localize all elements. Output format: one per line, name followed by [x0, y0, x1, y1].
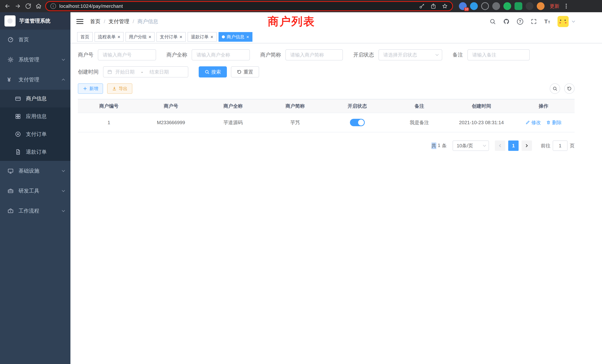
- search-icon[interactable]: [490, 18, 496, 25]
- sidebar-item-home[interactable]: 首页: [0, 30, 70, 50]
- reset-button[interactable]: 重置: [231, 66, 259, 77]
- table-toolbar: 新增 导出: [78, 83, 575, 94]
- user-avatar[interactable]: [558, 16, 569, 27]
- extension-icon-5[interactable]: [503, 2, 511, 10]
- yen-icon: ¥: [7, 76, 15, 83]
- refresh-icon: [237, 69, 242, 74]
- sidebar-item-label: 商户信息: [26, 95, 47, 102]
- tab-user-group[interactable]: 用户分组 ×: [126, 32, 155, 42]
- home-button[interactable]: [33, 1, 44, 11]
- add-button[interactable]: 新增: [78, 83, 103, 94]
- bookmark-star-icon[interactable]: [442, 3, 448, 9]
- back-button[interactable]: [2, 1, 13, 11]
- page-size-select[interactable]: 10条/页: [453, 140, 489, 151]
- pencil-icon: [526, 120, 530, 125]
- sidebar-item-system[interactable]: 系统管理: [0, 50, 70, 70]
- browser-menu-button[interactable]: [563, 4, 569, 9]
- key-icon[interactable]: [419, 3, 425, 9]
- extension-icon-8[interactable]: [537, 2, 545, 10]
- export-button[interactable]: 导出: [107, 83, 132, 94]
- download-icon: [112, 86, 117, 91]
- edit-link[interactable]: 修改: [526, 119, 541, 126]
- date-range-picker[interactable]: 开始日期 - 结束日期: [103, 66, 188, 77]
- pagination: 共 1 条 10条/页 1 前: [78, 140, 575, 151]
- short-name-input[interactable]: [285, 49, 343, 60]
- close-icon[interactable]: ×: [149, 35, 151, 39]
- tab-label: 支付订单: [160, 34, 178, 40]
- grid-icon: [15, 113, 22, 119]
- prev-page-button[interactable]: [495, 140, 505, 151]
- extension-icon-7[interactable]: [526, 2, 533, 10]
- goto-page-input[interactable]: [553, 140, 568, 151]
- tab-process-form[interactable]: 流程表单 ×: [95, 32, 124, 42]
- filter-row-2: 创建时间 开始日期 - 结束日期 搜索: [78, 66, 575, 77]
- share-icon[interactable]: [430, 3, 436, 9]
- next-page-button[interactable]: [522, 140, 532, 151]
- remark-input[interactable]: [467, 49, 530, 60]
- sidebar-item-pay-orders[interactable]: 支付订单: [0, 125, 70, 143]
- merchant-no-input[interactable]: [98, 49, 156, 60]
- close-icon[interactable]: ×: [246, 35, 249, 39]
- cell-status: [326, 113, 388, 132]
- forward-button[interactable]: [13, 1, 23, 11]
- sidebar-item-dev-tools[interactable]: 研发工具: [0, 181, 70, 201]
- cell-full-name: 芋道源码: [202, 113, 264, 132]
- hamburger-button[interactable]: [76, 19, 83, 24]
- breadcrumb: 首页 / 支付管理 / 商户信息: [90, 18, 158, 25]
- table-header: 商户编号 商户号 商户全称 商户简称 开启状态 备注 创建时间 操作: [78, 99, 575, 113]
- sidebar-item-app-info[interactable]: 应用信息: [0, 107, 70, 125]
- extension-icon-1[interactable]: 10: [459, 2, 467, 10]
- extension-icon-6[interactable]: [515, 2, 522, 10]
- extension-icon-3[interactable]: [481, 2, 489, 10]
- address-bar[interactable]: i localhost:1024/pay/merchant: [45, 1, 453, 11]
- search-icon: [552, 86, 557, 91]
- tab-home[interactable]: 首页: [77, 32, 93, 42]
- search-button[interactable]: 搜索: [199, 66, 227, 77]
- toggle-search-button[interactable]: [550, 83, 560, 94]
- status-toggle[interactable]: [350, 119, 365, 126]
- reload-button[interactable]: [23, 1, 33, 11]
- sidebar-item-label: 支付订单: [26, 131, 47, 138]
- close-icon[interactable]: ×: [118, 35, 120, 39]
- site-info-icon[interactable]: i: [50, 3, 56, 9]
- help-icon[interactable]: ?: [517, 18, 523, 25]
- merchant-table: 商户编号 商户号 商户全称 商户简称 开启状态 备注 创建时间 操作 1 M23…: [78, 99, 575, 132]
- browser-update-button[interactable]: 更新: [550, 3, 559, 10]
- breadcrumb-separator: /: [133, 19, 134, 24]
- close-icon[interactable]: ×: [179, 35, 182, 39]
- delete-link[interactable]: 删除: [546, 119, 562, 126]
- app-title: 芋道管理系统: [19, 17, 50, 24]
- goto-label: 前往: [541, 142, 550, 149]
- github-icon[interactable]: [503, 18, 509, 25]
- navbar-actions: ? TT: [490, 16, 575, 27]
- dashboard-icon: [7, 36, 15, 43]
- date-start-placeholder: 开始日期: [115, 69, 135, 75]
- font-size-icon[interactable]: TT: [544, 19, 550, 24]
- remark-label: 备注: [453, 51, 463, 58]
- sidebar-item-label: 工作流程: [19, 207, 39, 214]
- breadcrumb-payment[interactable]: 支付管理: [109, 18, 129, 25]
- status-select[interactable]: 请选择开启状态: [378, 49, 442, 60]
- breadcrumb-home[interactable]: 首页: [90, 18, 100, 25]
- fullscreen-icon[interactable]: [531, 18, 537, 25]
- refresh-table-button[interactable]: [564, 83, 575, 94]
- tab-refund-orders[interactable]: 退款订单 ×: [188, 32, 217, 42]
- reload-icon: [25, 3, 31, 9]
- sidebar-item-refund-orders[interactable]: 退款订单: [0, 143, 70, 161]
- column-header: 商户全称: [202, 99, 264, 113]
- cell-id: 1: [78, 113, 140, 132]
- tab-pay-orders[interactable]: 支付订单 ×: [156, 32, 185, 42]
- sidebar-item-payment[interactable]: ¥ 支付管理: [0, 70, 70, 90]
- extension-icon-4[interactable]: [492, 2, 500, 10]
- extension-icon-2[interactable]: [470, 2, 478, 10]
- tab-merchant-info[interactable]: 商户信息 ×: [218, 32, 252, 42]
- page-number-1[interactable]: 1: [508, 140, 519, 151]
- chevron-left-icon: [499, 144, 502, 147]
- sidebar-item-merchant-info[interactable]: 商户信息: [0, 90, 70, 107]
- full-name-input[interactable]: [192, 49, 250, 60]
- sidebar-item-workflow[interactable]: 工作流程: [0, 201, 70, 221]
- calendar-icon: [107, 69, 112, 75]
- page-content: 商户号 商户全称 商户简称 开启状态 请选择开启状态: [70, 43, 602, 151]
- sidebar-item-infrastructure[interactable]: 基础设施: [0, 161, 70, 181]
- close-icon[interactable]: ×: [211, 35, 213, 39]
